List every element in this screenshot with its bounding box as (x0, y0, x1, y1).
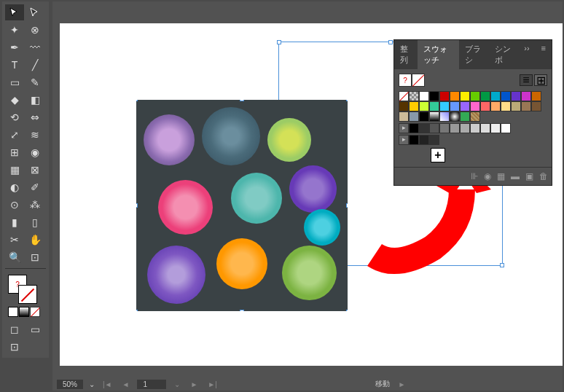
panel-fill-indicator[interactable]: ? (399, 74, 412, 87)
panel-menu-icon[interactable]: ≡ (536, 40, 552, 69)
rotate-tool[interactable]: ⟲ (5, 109, 24, 125)
swatch[interactable] (439, 111, 450, 122)
swatch[interactable] (480, 101, 490, 111)
swatch[interactable] (450, 91, 460, 101)
swatch[interactable] (419, 101, 429, 111)
swatch[interactable] (429, 111, 439, 122)
column-graph-tool[interactable]: ▮ (5, 214, 24, 230)
color-group-icon[interactable]: ▬ (511, 171, 520, 181)
swatch[interactable] (501, 91, 511, 101)
perspective-grid-tool[interactable]: ▦ (5, 162, 24, 178)
swatch[interactable] (490, 91, 501, 101)
tab-swatches[interactable]: スウォッチ (418, 40, 459, 69)
swatch[interactable] (480, 123, 490, 133)
new-swatch-icon[interactable]: ▣ (525, 171, 533, 181)
scale-tool[interactable]: ⤢ (5, 127, 24, 143)
shaper-tool[interactable]: ◆ (5, 92, 24, 108)
mesh-tool[interactable]: ⊠ (26, 162, 44, 178)
zoom-level[interactable]: 50% (57, 380, 83, 389)
swatch[interactable] (521, 101, 531, 111)
swatch[interactable] (409, 111, 419, 122)
reflect-tool[interactable]: ⇔ (26, 109, 44, 125)
direct-selection-tool[interactable] (26, 4, 44, 20)
hand-tool[interactable]: ✋ (26, 232, 44, 248)
artboard-dropdown-icon[interactable]: ⌄ (172, 380, 182, 388)
zoom-dropdown-icon[interactable]: ⌄ (89, 380, 95, 388)
rectangle-tool[interactable]: ▭ (5, 74, 24, 90)
symbol-sprayer-tool[interactable]: ⁂ (26, 197, 44, 213)
tab-align[interactable]: 整列 (394, 40, 418, 69)
swatch-folder[interactable]: ▸ (399, 135, 409, 145)
selection-tool[interactable] (5, 4, 24, 20)
swatch[interactable] (429, 123, 439, 133)
new-pattern-swatch[interactable]: + (431, 148, 445, 162)
print-tiling-tool[interactable]: ⊡ (26, 249, 44, 265)
swatch[interactable] (450, 111, 460, 122)
swatch[interactable] (470, 111, 480, 122)
swatch-options-icon[interactable]: ◉ (484, 171, 491, 181)
list-view-icon[interactable]: ≡ (520, 74, 533, 86)
swatch[interactable] (399, 91, 409, 101)
swatch[interactable] (419, 123, 429, 133)
first-artboard-icon[interactable]: |◄ (101, 380, 114, 388)
swatch[interactable] (419, 111, 429, 122)
swatch[interactable] (429, 91, 439, 101)
lasso-tool[interactable]: ⊗ (26, 22, 44, 38)
paintbrush-tool[interactable]: ✎ (26, 74, 44, 90)
swatch[interactable] (460, 91, 470, 101)
swatch[interactable] (399, 111, 409, 122)
free-transform-tool[interactable]: ⊞ (5, 144, 24, 160)
magic-wand-tool[interactable]: ✦ (5, 22, 24, 38)
color-mode[interactable] (8, 307, 18, 317)
stroke-swatch[interactable] (18, 285, 37, 304)
swatch[interactable] (399, 101, 409, 111)
eyedropper-tool[interactable]: ✐ (26, 179, 44, 195)
gradient-mode[interactable] (19, 307, 29, 317)
prev-artboard-icon[interactable]: ◄ (120, 380, 132, 388)
none-mode[interactable] (30, 307, 40, 317)
swatch[interactable] (409, 101, 419, 111)
swatch[interactable] (419, 91, 429, 101)
swatch[interactable] (419, 135, 429, 145)
swatch[interactable] (501, 101, 511, 111)
pattern-artwork[interactable] (136, 100, 348, 311)
swatch[interactable] (490, 101, 501, 111)
panel-stroke-indicator[interactable] (412, 74, 425, 87)
swatch[interactable] (409, 91, 419, 101)
next-artboard-icon[interactable]: ► (188, 380, 200, 388)
edit-toolbar[interactable]: ⊡ (5, 339, 24, 355)
swatch[interactable] (521, 91, 531, 101)
fill-stroke-control[interactable]: ? (5, 272, 46, 320)
width-tool[interactable]: ≋ (26, 127, 44, 143)
swatch[interactable] (511, 91, 521, 101)
swatch-kind-icon[interactable]: ▦ (497, 171, 505, 181)
tab-symbols[interactable]: シンボ (489, 40, 519, 69)
last-artboard-icon[interactable]: ►| (205, 380, 219, 388)
status-play-icon[interactable]: ► (396, 380, 407, 388)
swatch[interactable] (531, 91, 541, 101)
swatch[interactable] (450, 123, 460, 133)
tab-brushes[interactable]: ブラシ (459, 40, 489, 69)
swatch[interactable] (501, 123, 511, 133)
swatch[interactable] (439, 91, 450, 101)
swatch-library-icon[interactable]: ⊪ (471, 171, 478, 181)
swatch[interactable] (429, 135, 439, 145)
blend-tool[interactable]: ⊙ (5, 197, 24, 213)
swatch[interactable] (439, 123, 450, 133)
zoom-tool[interactable]: 🔍 (5, 249, 24, 265)
swatch[interactable] (511, 101, 521, 111)
swatch[interactable] (450, 101, 460, 111)
swatch[interactable] (460, 123, 470, 133)
swatch[interactable] (470, 123, 480, 133)
screen-mode[interactable]: ▭ (26, 321, 44, 337)
swatch[interactable] (409, 135, 419, 145)
swatch[interactable] (460, 101, 470, 111)
artboard-number[interactable]: 1 (137, 380, 166, 389)
pen-tool[interactable]: ✒ (5, 39, 24, 55)
gradient-tool[interactable]: ◐ (5, 179, 24, 195)
swatch[interactable] (409, 123, 419, 133)
swatch[interactable] (531, 101, 541, 111)
swatch-folder[interactable]: ▸ (399, 123, 409, 133)
swatch[interactable] (490, 123, 501, 133)
swatch[interactable] (470, 101, 480, 111)
